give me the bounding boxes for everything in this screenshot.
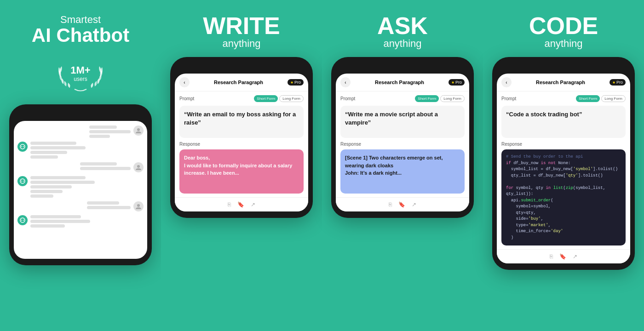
write-prompt-box[interactable]: “Write an email to my boss asking for a … [179, 106, 304, 138]
code-app-header: ‹ Research Paragraph ★ Pro [497, 74, 630, 91]
ask-short-form-tab[interactable]: Short Form [415, 95, 439, 102]
ask-share-icon[interactable]: ↗ [412, 201, 416, 208]
code-response-box: # Send the buy order to the api if df_bu… [501, 149, 626, 245]
write-short-form-tab[interactable]: Short Form [254, 95, 278, 102]
code-bottom-bar: ⎘ 🔖 ↗ [497, 249, 630, 263]
ask-tab-group: Short Form Long Form [415, 95, 465, 102]
copy-icon[interactable]: ⎘ [228, 201, 231, 208]
svg-point-12 [21, 220, 22, 221]
user-avatar2 [133, 162, 144, 172]
chat-row-bot1 [17, 142, 144, 159]
code-share-icon[interactable]: ↗ [573, 253, 577, 260]
ask-action-sub: anything [377, 38, 428, 50]
ask-app-header: ‹ Research Paragraph ★ Pro [336, 74, 469, 91]
write-long-form-tab[interactable]: Long Form [279, 95, 304, 102]
ask-prompt-label: Prompt [340, 96, 355, 101]
ask-back-button[interactable]: ‹ [340, 77, 351, 87]
ask-header-title: Research Paragraph [353, 80, 446, 85]
code-pro-star-icon: ★ [612, 80, 615, 85]
code-action-sub: anything [529, 38, 598, 50]
write-pro-badge: ★ Pro [288, 79, 304, 86]
write-app-header: ‹ Research Paragraph ★ Pro [175, 74, 308, 91]
svg-point-13 [23, 220, 24, 221]
code-line-1: # Send the buy order to the api [506, 154, 621, 160]
write-tab-group: Short Form Long Form [254, 95, 304, 102]
code-phone-notch [550, 63, 577, 70]
code-back-button[interactable]: ‹ [501, 77, 512, 87]
code-phone: ‹ Research Paragraph ★ Pro Prompt Short … [492, 57, 635, 270]
ask-phone-notch [389, 63, 416, 70]
svg-text:users: users [74, 76, 87, 82]
hero-phone-wrapper [9, 104, 152, 322]
ask-prompt-box[interactable]: “Write me a movie script about a vampire… [340, 106, 465, 138]
svg-point-11 [20, 218, 25, 223]
chat-screen [14, 121, 147, 259]
code-tab-group: Short Form Long Form [576, 95, 626, 102]
code-line-2: if df_buy_now is not None: [506, 160, 621, 167]
ask-bookmark-icon[interactable]: 🔖 [398, 201, 405, 208]
ask-phone-wrapper: ‹ Research Paragraph ★ Pro Prompt Short … [331, 57, 474, 322]
bookmark-icon[interactable]: 🔖 [237, 201, 244, 208]
svg-point-4 [21, 146, 22, 147]
code-phone-screen: ‹ Research Paragraph ★ Pro Prompt Short … [497, 74, 630, 263]
write-back-button[interactable]: ‹ [179, 77, 190, 87]
write-app-body: Prompt Short Form Long Form “Write an em… [175, 91, 308, 197]
code-prompt-box[interactable]: “Code a stock trading bot” [501, 106, 626, 138]
code-app-screen: ‹ Research Paragraph ★ Pro Prompt Short … [497, 74, 630, 263]
write-bottom-bar: ⎘ 🔖 ↗ [175, 197, 308, 211]
code-action-word: CODE [529, 14, 598, 38]
user-avatar3 [133, 201, 144, 211]
code-prompt-label: Prompt [501, 96, 516, 101]
svg-point-7 [20, 179, 25, 183]
svg-point-10 [137, 204, 140, 207]
bot-avatar2 [17, 176, 28, 186]
write-prompt-label: Prompt [179, 96, 194, 101]
code-bookmark-icon[interactable]: 🔖 [559, 253, 566, 260]
hero-panel: Smartest AI Chatbot 1M+ users [0, 0, 161, 331]
svg-point-5 [23, 146, 24, 147]
ask-panel: ASK anything ‹ Research Paragraph ★ Pro [322, 0, 483, 331]
ask-phone-screen: ‹ Research Paragraph ★ Pro Prompt Short … [336, 74, 469, 211]
svg-point-2 [137, 128, 140, 131]
code-line-9: qty=qty, [506, 210, 621, 217]
code-phone-wrapper: ‹ Research Paragraph ★ Pro Prompt Short … [492, 57, 635, 322]
write-header: WRITE anything [203, 14, 280, 50]
code-header: CODE anything [529, 14, 598, 50]
ask-phone: ‹ Research Paragraph ★ Pro Prompt Short … [331, 57, 474, 218]
code-line-10: side='buy', [506, 216, 621, 223]
code-short-form-tab[interactable]: Short Form [576, 95, 600, 102]
chat-row-user3 [17, 201, 144, 211]
write-response-box: Dear boss, I would like to formally inqu… [179, 149, 304, 194]
ask-pro-badge: ★ Pro [448, 79, 465, 86]
ask-response-label: Response [340, 142, 465, 147]
code-copy-icon[interactable]: ⎘ [550, 253, 553, 260]
ask-copy-icon[interactable]: ⎘ [389, 201, 392, 208]
share-icon[interactable]: ↗ [251, 201, 255, 208]
code-prompt-row: Prompt Short Form Long Form [501, 95, 626, 102]
ask-app-body: Prompt Short Form Long Form “Write me a … [336, 91, 469, 197]
ask-header: ASK anything [377, 14, 428, 50]
ask-long-form-tab[interactable]: Long Form [440, 95, 465, 102]
user-avatar [133, 126, 144, 136]
chat-row-user1 [17, 126, 144, 138]
chat-row-bot3 [17, 215, 144, 228]
ask-pro-label: Pro [455, 80, 462, 85]
code-pro-badge: ★ Pro [610, 79, 626, 86]
code-line-6: for symbol, qty in list(zip(symbol_list,… [506, 185, 621, 198]
pro-label: Pro [294, 80, 301, 85]
code-line-5 [506, 179, 621, 185]
write-action-sub: anything [203, 38, 280, 50]
hero-chatbot: AI Chatbot [32, 26, 129, 45]
code-long-form-tab[interactable]: Long Form [601, 95, 626, 102]
write-phone-screen: ‹ Research Paragraph ★ Pro Prompt Short … [175, 74, 308, 211]
code-line-7: api.submit_order( [506, 198, 621, 204]
hero-title: Smartest AI Chatbot [32, 14, 129, 45]
badge-wreath: 1M+ users [55, 53, 106, 97]
write-phone-notch [228, 63, 255, 70]
code-header-title: Research Paragraph [514, 80, 607, 85]
code-line-8: symbol=symbol, [506, 204, 621, 210]
code-response-label: Response [501, 142, 626, 147]
chat-phone [9, 104, 152, 265]
write-phone: ‹ Research Paragraph ★ Pro Prompt Short … [170, 57, 313, 218]
code-line-4: qty_list = df_buy_new['qty'].tolist() [506, 173, 621, 179]
